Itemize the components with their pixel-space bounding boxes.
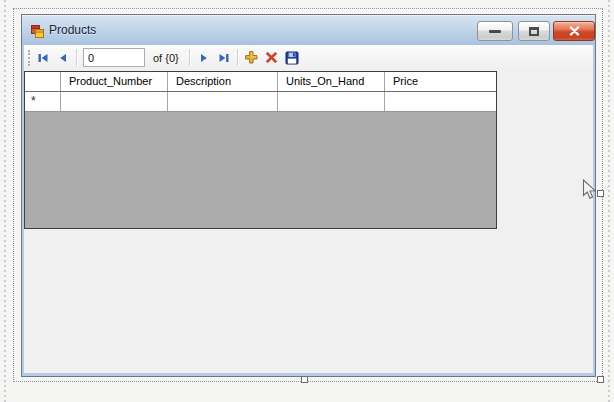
count-label: of {0} [147,52,186,64]
maximize-button[interactable] [518,21,550,41]
grid-cell[interactable] [168,92,278,111]
grid-cell[interactable] [278,92,385,111]
minimize-button[interactable] [477,21,513,41]
add-plus-icon [244,50,259,65]
grid-header-row: Product_Number Description Units_On_Hand… [25,72,496,92]
move-previous-icon [56,51,70,65]
toolbar-separator [237,49,239,66]
move-last-button[interactable] [214,48,234,68]
toolbar-grip[interactable] [28,50,30,66]
move-previous-button[interactable] [53,48,73,68]
new-row-header[interactable]: * [25,92,61,111]
column-header-price[interactable]: Price [385,72,496,91]
designer-edge-left [4,0,6,402]
position-input[interactable] [83,48,145,67]
window-title: Products [49,23,96,37]
toolbar-separator [189,49,191,66]
form-window-icon[interactable] [31,24,44,37]
toolbar-separator [76,49,78,66]
grid-cell[interactable] [385,92,496,111]
close-button[interactable] [553,21,595,41]
move-next-button[interactable] [194,48,214,68]
binding-navigator-toolbar: of {0} [24,45,593,70]
save-floppy-icon [285,51,299,65]
grid-cell[interactable] [61,92,168,111]
designer-surface: Products [0,0,614,402]
form-client-area: of {0} [24,45,593,373]
save-button[interactable] [282,48,302,68]
form-window: Products [21,14,596,377]
mouse-cursor-icon [582,179,597,201]
column-header-product-number[interactable]: Product_Number [61,72,168,91]
add-new-button[interactable] [242,48,262,68]
minimize-icon [489,30,501,33]
resize-handle-bottom-center[interactable] [301,376,308,383]
products-datagrid: Product_Number Description Units_On_Hand… [24,71,497,229]
move-last-icon [217,51,231,65]
delete-x-icon [264,50,279,65]
grid-corner-header[interactable] [25,72,61,91]
column-header-description[interactable]: Description [168,72,278,91]
window-titlebar[interactable]: Products [22,15,595,45]
close-icon [569,26,580,36]
delete-button[interactable] [262,48,282,68]
grid-new-row: * [25,92,496,112]
designer-edge-right [608,0,610,402]
move-first-icon [36,51,50,65]
resize-handle-bottom-right[interactable] [597,376,604,383]
move-next-icon [197,51,211,65]
move-first-button[interactable] [33,48,53,68]
maximize-icon [529,27,539,36]
column-header-units-on-hand[interactable]: Units_On_Hand [278,72,385,91]
resize-handle-right-center[interactable] [597,190,604,197]
